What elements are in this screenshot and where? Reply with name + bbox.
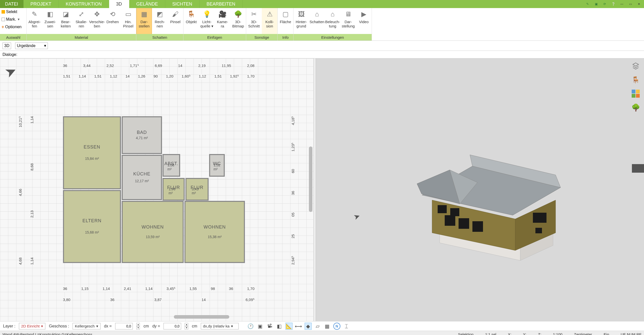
dimension-value: 25	[291, 234, 306, 239]
room-bad[interactable]: BAD4,71 m²	[122, 116, 162, 154]
furniture-icon[interactable]: 🪑	[631, 76, 640, 84]
ribbon-btn-label: Bear-keiten	[61, 20, 71, 28]
right-panel-tab[interactable]	[632, 164, 644, 173]
menu-konstruktion[interactable]: KONSTRUKTION	[59, 0, 109, 8]
menu-bearbeiten[interactable]: BEARBEITEN	[200, 0, 243, 8]
ribbon-btn-objekt[interactable]: 🪑Objekt	[183, 8, 199, 34]
ribbon-btn-flche[interactable]: ▢Fläche	[278, 8, 293, 34]
room-eltern[interactable]: ELTERN15,68 m²	[63, 190, 121, 263]
room-kche[interactable]: KÜCHE12,17 m²	[122, 155, 162, 200]
ribbon-btn-verschieben[interactable]: ✥Verschie-ben	[89, 8, 105, 34]
tree-icon[interactable]: 🌳	[631, 103, 640, 112]
close-icon[interactable]: ✕	[635, 1, 642, 7]
dialoge-label: Dialoge:	[3, 52, 17, 57]
menu-sichten[interactable]: SICHTEN	[165, 0, 200, 8]
geschoss-select[interactable]: Kellergesch▾	[73, 323, 100, 329]
help-icon[interactable]: ❔	[610, 1, 617, 7]
ribbon-btn-kamera[interactable]: 🎥Kame-ra	[215, 8, 230, 34]
ribbon-icon: ⌂	[328, 10, 337, 19]
ribbon-btn-rechnen[interactable]: ◩Rech-nen	[152, 8, 168, 34]
ribbon-group-label: Material	[27, 34, 136, 41]
plane-icon[interactable]: ◆	[305, 323, 312, 330]
floorplan-pane[interactable]: ➤ 363,442,521,71⁵6,69142,1911,952,08 1,5…	[0, 58, 313, 321]
dy-input[interactable]: 0,0	[164, 323, 181, 329]
room-abst[interactable]: ABST.1,08 m²	[163, 154, 180, 177]
clock-icon[interactable]: 🕐	[247, 323, 254, 330]
ribbon-btn-drehen[interactable]: ⟲Drehen	[105, 8, 120, 34]
select-button[interactable]: Selekt	[0, 8, 26, 16]
menu-right-controls: ✎ ▣ ⟳ ❔ — ▭ ✕	[584, 0, 644, 8]
ribbon-btn-dschnitt[interactable]: ✂3D-Schnitt	[246, 8, 262, 34]
menu-datei[interactable]: DATEI	[0, 0, 23, 8]
floorplan-v-scrollbar[interactable]	[309, 146, 312, 212]
terrain-select[interactable]: Urgelände▾	[15, 43, 48, 49]
north-icon[interactable]: N	[333, 323, 340, 330]
ribbon-btn-lichtquelle[interactable]: 💡Licht-quelle ▾	[199, 8, 215, 34]
ribbon-btn-hinpinsel[interactable]: ▭Hin.Pinsel	[120, 8, 136, 34]
room-area: 1,96 m²	[169, 187, 179, 195]
floorplan-h-scrollbar[interactable]	[174, 315, 229, 319]
cursor-icon[interactable]: ⌶	[343, 323, 350, 330]
pencil-icon[interactable]: ✎	[584, 1, 591, 7]
screenshot-icon[interactable]: ▣	[257, 323, 264, 330]
ribbon-btn-abgreifen[interactable]: ✎Abgrei-fen	[27, 8, 42, 34]
room-flur[interactable]: FLUR3,43 m²	[185, 178, 209, 201]
room-area: 15,68 m²	[85, 230, 99, 234]
cube-icon[interactable]: ◧	[276, 323, 283, 330]
dimension-value: 36	[110, 297, 114, 303]
dy-spinner[interactable]: ▲▼	[185, 323, 188, 329]
projector-icon[interactable]: 📽	[266, 323, 273, 330]
coordmode-select[interactable]: dx,dy (relativ ka▾	[201, 323, 239, 329]
extra-icon[interactable]: ▱	[314, 323, 321, 330]
3d-viewport[interactable]: ➤ 🪑	[316, 58, 644, 321]
snap-angle-icon[interactable]: 📐	[285, 323, 293, 330]
optionen-button[interactable]: +Optionen	[0, 23, 26, 31]
ribbon-icon: ◧	[46, 10, 55, 19]
room-area: 13,59 m²	[146, 235, 159, 239]
ribbon-btn-pinsel[interactable]: 🖌Pinsel	[168, 8, 183, 34]
ribbon-btn-dbitmap[interactable]: 🌳3D-Bitmap	[230, 8, 246, 34]
ribbon-icon: ▦	[140, 10, 149, 19]
layers-icon[interactable]	[631, 61, 640, 70]
floorplan[interactable]: ESSEN15,84 m²BAD4,71 m²ABST.1,08 m²KÜCHE…	[63, 116, 246, 265]
ribbon-btn-darstellung[interactable]: 🖥Dar-stellung	[340, 8, 356, 34]
room-flur[interactable]: FLUR1,96 m²	[163, 178, 185, 201]
dimension-value: 14	[178, 63, 182, 69]
room-wc[interactable]: WC1,52 m²	[209, 154, 225, 177]
room-essen[interactable]: ESSEN15,84 m²	[63, 116, 121, 189]
ribbon-btn-kollision[interactable]: ⚠Kolli-sion	[262, 8, 277, 34]
pane-splitter[interactable]	[313, 58, 316, 321]
dimension-value: 36	[229, 286, 233, 292]
mark-dropdown[interactable]: Mark.▼	[0, 16, 26, 23]
ribbon-btn-bearkeiten[interactable]: ◪Bear-keiten	[58, 8, 74, 34]
grid-icon[interactable]: ▦	[324, 323, 331, 330]
house-3d-model[interactable]	[394, 125, 566, 266]
ribbon-btn-hintergrund[interactable]: 🖼Hinter-grund	[294, 8, 309, 34]
refresh-icon[interactable]: ⟳	[601, 1, 608, 7]
room-wohnen[interactable]: WOHNEN15,38 m²	[184, 201, 245, 263]
dimension-icon[interactable]: ⟷	[295, 323, 302, 330]
ribbon-btn-darstellen[interactable]: ▦Dar-stellen	[136, 8, 152, 34]
ribbon-btn-zuweisen[interactable]: ◧Zuwei-sen	[42, 8, 58, 34]
menu-3d[interactable]: 3D	[109, 0, 129, 8]
layer-select[interactable]: 2D Einricht▾	[19, 323, 45, 329]
menu-projekt[interactable]: PROJEKT	[23, 0, 59, 8]
minimize-icon[interactable]: —	[618, 1, 625, 7]
ribbon-btn-schatten[interactable]: ⌂Schatten	[309, 8, 325, 34]
ribbon-btn-skalieren[interactable]: ⤢Skalie-ren	[74, 8, 89, 34]
status-scale: 1:1 sel	[485, 332, 496, 335]
room-wohnen[interactable]: WOHNEN13,59 m²	[122, 201, 184, 263]
materials-palette-icon[interactable]	[632, 90, 640, 98]
restore-icon[interactable]: ▭	[627, 1, 634, 7]
status-ein: Ein	[604, 332, 609, 335]
ribbon-btn-video[interactable]: ▶Video	[356, 8, 372, 34]
ribbon-btn-label: Zuwei-sen	[44, 20, 56, 28]
dx-input[interactable]: 0,0	[115, 323, 133, 329]
box-icon[interactable]: ▣	[593, 1, 600, 7]
dimension-value: 3,87	[154, 297, 162, 303]
menu-gelaende[interactable]: GELÄNDE	[129, 0, 165, 8]
dimension-value: 11,95	[222, 63, 231, 69]
mode-3d-button[interactable]: 3D	[3, 43, 11, 49]
dx-spinner[interactable]: ▲▼	[136, 323, 140, 329]
ribbon-btn-beleuchtung[interactable]: ⌂Beleuch-tung	[325, 8, 340, 34]
